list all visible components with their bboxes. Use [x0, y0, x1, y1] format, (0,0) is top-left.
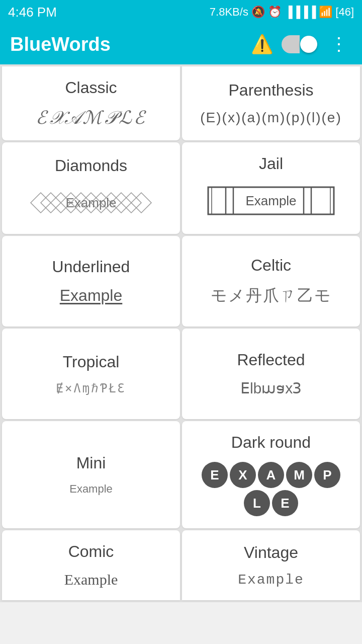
card-title-comic: Comic — [68, 542, 114, 561]
card-preview-classic: ℰ𝒳𝒜ℳ𝒫ℒℰ — [36, 107, 147, 128]
card-preview-tropical: Ɇ×ɅɱℏƤŁƐ — [56, 381, 126, 395]
card-preview-parenthesis: (E)(x)(a)(m)(p)(l)(e) — [200, 110, 341, 126]
signal-icon: ▐▐▐▐ — [285, 6, 316, 19]
card-preview-vintage: Example — [238, 572, 304, 588]
svg-text:Example: Example — [65, 195, 116, 210]
network-speed: 7.8KB/s — [210, 6, 248, 19]
card-vintage[interactable]: Vintage Example — [182, 530, 360, 600]
card-title-vintage: Vintage — [244, 543, 298, 562]
card-title-parenthesis: Parenthesis — [229, 81, 314, 100]
card-celtic[interactable]: Celtic モメ丹爪ㄗ乙モ — [182, 236, 360, 327]
card-jail[interactable]: Jail Example — [182, 142, 360, 234]
toggle-thumb — [300, 36, 317, 53]
wifi-icon: 📶 — [319, 6, 332, 19]
card-preview-mini: Example — [69, 482, 113, 496]
card-preview-darkround: E X A M P L E — [190, 462, 352, 516]
dark-round-m: M — [286, 462, 312, 488]
font-grid: Classic ℰ𝒳𝒜ℳ𝒫ℒℰ Parenthesis (E)(x)(a)(m)… — [0, 64, 362, 602]
card-preview-comic: Example — [64, 571, 118, 588]
card-tropical[interactable]: Tropical Ɇ×ɅɱℏƤŁƐ — [2, 329, 180, 419]
card-title-celtic: Celtic — [251, 256, 291, 275]
dark-round-e2: E — [272, 490, 298, 516]
card-parenthesis[interactable]: Parenthesis (E)(x)(a)(m)(p)(l)(e) — [182, 66, 360, 140]
card-classic[interactable]: Classic ℰ𝒳𝒜ℳ𝒫ℒℰ — [2, 66, 180, 140]
status-bar: 4:46 PM 7.8KB/s 🔕 ⏰ ▐▐▐▐ 📶 [46] — [0, 0, 362, 24]
app-bar: BlueWords ⚠️ ⋮ — [0, 24, 362, 64]
card-title-diamonds: Diamonds — [55, 156, 127, 175]
card-title-jail: Jail — [259, 154, 283, 173]
card-mini[interactable]: Mini Example — [2, 421, 180, 528]
card-preview-diamonds: Example — [21, 185, 161, 220]
card-darkround[interactable]: Dark round E X A M P L E — [182, 421, 360, 528]
status-time: 4:46 PM — [8, 5, 57, 20]
card-preview-reflected: ƐxɐɯdlƎ — [240, 379, 302, 397]
theme-toggle[interactable] — [282, 35, 318, 53]
dark-round-l: L — [244, 490, 270, 516]
card-title-mini: Mini — [76, 454, 106, 472]
mute-icon: 🔕 — [251, 6, 265, 19]
card-preview-celtic: モメ丹爪ㄗ乙モ — [211, 285, 332, 307]
card-diamonds[interactable]: Diamonds Example — [2, 142, 180, 234]
dark-round-p: P — [314, 462, 340, 488]
dark-round-a: A — [258, 462, 284, 488]
app-title: BlueWords — [10, 34, 243, 55]
status-right: 7.8KB/s 🔕 ⏰ ▐▐▐▐ 📶 [46] — [210, 6, 354, 19]
dark-round-e1: E — [202, 462, 228, 488]
card-title-classic: Classic — [65, 78, 117, 97]
card-title-darkround: Dark round — [231, 433, 311, 452]
warning-icon[interactable]: ⚠️ — [251, 34, 274, 55]
card-preview-underlined: Example — [60, 286, 123, 305]
dark-round-x: X — [230, 462, 256, 488]
card-title-tropical: Tropical — [63, 353, 120, 371]
card-reflected[interactable]: Reflected ƐxɐɯdlƎ — [182, 329, 360, 419]
card-title-reflected: Reflected — [237, 351, 305, 369]
alarm-icon: ⏰ — [268, 6, 282, 19]
card-comic[interactable]: Comic Example — [2, 530, 180, 600]
card-underlined[interactable]: Underlined Example — [2, 236, 180, 327]
more-options-icon[interactable]: ⋮ — [326, 34, 352, 55]
card-preview-jail: Example — [206, 183, 336, 222]
card-title-underlined: Underlined — [52, 258, 130, 276]
battery: [46] — [335, 6, 354, 19]
svg-text:Example: Example — [245, 193, 296, 208]
